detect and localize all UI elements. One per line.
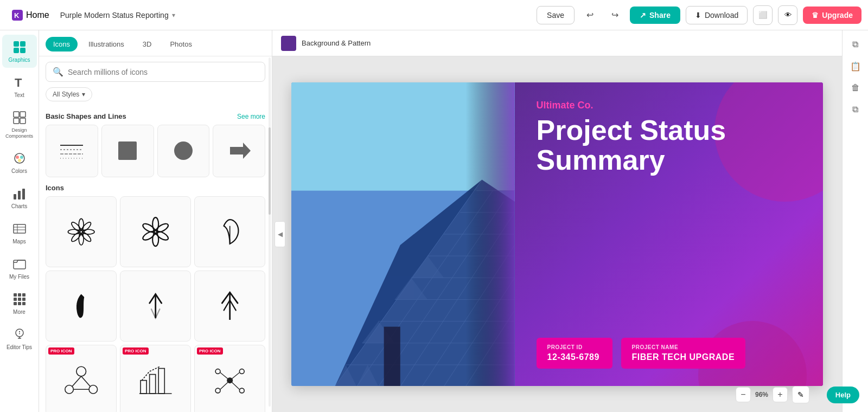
svg-rect-117 <box>384 327 400 386</box>
text-icon: T <box>11 74 28 91</box>
svg-rect-16 <box>18 191 21 199</box>
download-button[interactable]: ⬇ Download <box>686 6 748 24</box>
editor-tips-icon <box>11 326 28 343</box>
slide-canvas[interactable]: Ultimate Co. Project Status Summary PROJ… <box>291 82 823 386</box>
svg-point-74 <box>215 369 220 374</box>
icon-sidebar: Graphics T Text Design Components <box>0 30 39 412</box>
svg-point-42 <box>174 141 193 160</box>
style-filter-button[interactable]: All Styles ▾ <box>46 87 92 101</box>
svg-line-66 <box>72 376 81 387</box>
zoom-out-button[interactable]: − <box>736 387 751 402</box>
svg-line-67 <box>81 376 90 387</box>
collapse-panel-button[interactable]: ◀ <box>275 221 285 247</box>
right-copy-button[interactable]: ⧉ <box>846 35 865 54</box>
sidebar-item-text[interactable]: T Text <box>2 70 37 103</box>
panel-scrollbar-thumb[interactable] <box>269 127 271 215</box>
upgrade-button[interactable]: ♛ Upgrade <box>803 7 861 24</box>
svg-rect-25 <box>22 293 25 297</box>
svg-rect-26 <box>14 298 17 301</box>
zoom-in-button[interactable]: + <box>773 387 788 402</box>
design-components-label: Design Components <box>5 127 34 139</box>
undo-button[interactable]: ↩ <box>580 5 599 25</box>
svg-rect-30 <box>18 302 21 305</box>
svg-point-64 <box>65 385 73 393</box>
shape-circle[interactable] <box>157 125 210 177</box>
right-delete-button[interactable]: 🗑 <box>846 78 865 98</box>
svg-rect-3 <box>20 41 25 47</box>
icon-pro-network[interactable]: PRO ICON <box>194 345 265 412</box>
svg-point-63 <box>76 366 86 376</box>
icon-arrow-up-organic[interactable] <box>120 271 191 342</box>
charts-icon <box>11 185 28 202</box>
icon-pro-bar-chart[interactable]: PRO ICON <box>120 345 191 412</box>
icon-pro-people-network[interactable]: PRO ICON <box>46 345 117 412</box>
right-sidebar: ⧉ 📋 🗑 ⧉ <box>842 30 868 412</box>
my-files-label: My Files <box>9 274 29 280</box>
shape-arrow[interactable] <box>213 125 265 177</box>
shape-square[interactable] <box>101 125 154 177</box>
more-label: More <box>13 309 25 316</box>
shape-lines[interactable] <box>46 125 98 177</box>
icon-brush-stroke[interactable] <box>46 271 117 342</box>
sidebar-item-graphics[interactable]: Graphics <box>2 35 37 68</box>
svg-line-78 <box>220 372 230 380</box>
project-id-value: 12-345-6789 <box>547 352 602 362</box>
tab-3d[interactable]: 3D <box>135 37 159 52</box>
chevron-down-icon[interactable]: ▾ <box>172 11 175 19</box>
icons-section-header: Icons <box>46 184 265 192</box>
tab-illustrations[interactable]: Illustrations <box>81 37 132 52</box>
save-button[interactable]: Save <box>537 6 575 24</box>
tab-photos[interactable]: Photos <box>162 37 199 52</box>
pro-badge-1: PRO ICON <box>48 347 74 355</box>
graphics-label: Graphics <box>8 57 30 63</box>
background-color-swatch[interactable] <box>281 36 296 51</box>
editor-tips-label: Editor Tips <box>7 344 32 351</box>
my-files-icon <box>11 256 28 272</box>
sidebar-item-editor-tips[interactable]: Editor Tips <box>2 322 37 355</box>
right-paste-button[interactable]: 📋 <box>846 56 865 76</box>
sidebar-item-colors[interactable]: Colors <box>2 146 37 179</box>
trash-icon: 🗑 <box>851 83 860 93</box>
share-button[interactable]: ↗ Share <box>630 7 680 24</box>
sidebar-item-charts[interactable]: Charts <box>2 181 37 214</box>
project-name-box: PROJECT NAME FIBER TECH UPGRADE <box>621 338 745 369</box>
tab-icons[interactable]: Icons <box>46 37 78 52</box>
project-title-area: Purple Modern Status Reporting ▾ <box>60 11 175 20</box>
graphics-panel: Icons Illustrations 3D Photos 🔍 All Styl… <box>39 30 272 412</box>
sidebar-item-maps[interactable]: Maps <box>2 216 37 249</box>
sidebar-item-design-components[interactable]: Design Components <box>2 105 37 144</box>
svg-rect-2 <box>14 41 19 47</box>
graphics-icon <box>11 39 28 55</box>
project-id-box: PROJECT ID 12-345-6789 <box>537 338 612 369</box>
sidebar-item-my-files[interactable]: My Files <box>2 252 37 285</box>
present-button[interactable]: ⬜ <box>753 5 773 25</box>
svg-point-49 <box>70 231 82 243</box>
pencil-button[interactable]: ✎ <box>792 386 809 403</box>
sidebar-item-more[interactable]: More <box>2 287 37 320</box>
search-input[interactable] <box>68 68 258 76</box>
redo-button[interactable]: ↪ <box>605 5 624 25</box>
svg-line-81 <box>229 380 239 389</box>
svg-point-36 <box>19 333 20 334</box>
duplicate-icon: ⧉ <box>852 105 858 114</box>
icon-flower2[interactable] <box>120 196 191 267</box>
share-icon: ↗ <box>640 11 646 20</box>
svg-rect-5 <box>20 48 25 53</box>
shapes-see-more-button[interactable]: See more <box>237 113 265 120</box>
home-button[interactable]: K Home <box>7 7 55 24</box>
icon-leaf[interactable] <box>194 196 265 267</box>
icon-flower1[interactable] <box>46 196 117 267</box>
colors-label: Colors <box>11 168 27 175</box>
svg-rect-31 <box>22 302 25 305</box>
preview-button[interactable]: 👁 <box>778 5 797 25</box>
svg-point-51 <box>70 221 82 233</box>
svg-rect-8 <box>20 112 25 117</box>
svg-point-14 <box>18 159 21 162</box>
maps-icon <box>11 221 28 237</box>
eye-icon: 👁 <box>784 11 792 19</box>
icon-tree-arrow[interactable] <box>194 271 265 342</box>
help-button[interactable]: Help <box>827 387 859 403</box>
collapse-icon: ◀ <box>278 230 283 238</box>
svg-rect-71 <box>158 368 164 393</box>
right-duplicate-button[interactable]: ⧉ <box>846 100 865 119</box>
